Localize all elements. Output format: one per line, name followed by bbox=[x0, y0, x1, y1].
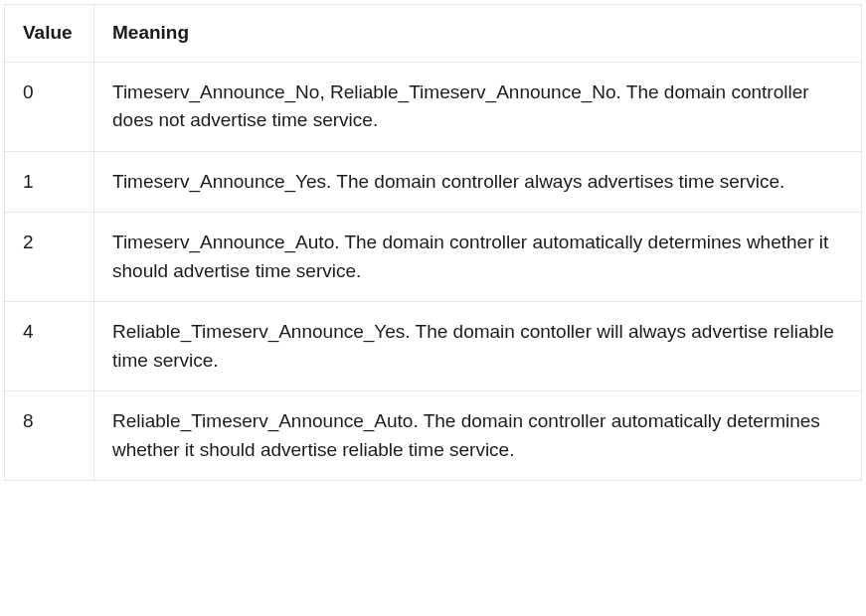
content-wrap: Value Meaning 0 Timeserv_Announce_No, Re… bbox=[0, 0, 866, 485]
table-row: 4 Reliable_Timeserv_Announce_Yes. The do… bbox=[5, 302, 862, 391]
column-header-meaning: Meaning bbox=[94, 5, 862, 63]
cell-meaning: Timeserv_Announce_Auto. The domain contr… bbox=[94, 213, 862, 302]
cell-value: 2 bbox=[5, 213, 94, 302]
announce-flags-table: Value Meaning 0 Timeserv_Announce_No, Re… bbox=[4, 4, 862, 481]
cell-meaning: Timeserv_Announce_No, Reliable_Timeserv_… bbox=[94, 62, 862, 151]
table-row: 1 Timeserv_Announce_Yes. The domain cont… bbox=[5, 151, 862, 213]
cell-meaning: Timeserv_Announce_Yes. The domain contro… bbox=[94, 151, 862, 213]
cell-meaning: Reliable_Timeserv_Announce_Auto. The dom… bbox=[94, 391, 862, 481]
cell-value: 4 bbox=[5, 302, 94, 391]
table-header-row: Value Meaning bbox=[5, 5, 862, 63]
cell-value: 0 bbox=[5, 62, 94, 151]
cell-value: 8 bbox=[5, 391, 94, 481]
cell-value: 1 bbox=[5, 151, 94, 213]
column-header-value: Value bbox=[5, 5, 94, 63]
table-row: 0 Timeserv_Announce_No, Reliable_Timeser… bbox=[5, 62, 862, 151]
cell-meaning: Reliable_Timeserv_Announce_Yes. The doma… bbox=[94, 302, 862, 391]
table-row: 8 Reliable_Timeserv_Announce_Auto. The d… bbox=[5, 391, 862, 481]
table-row: 2 Timeserv_Announce_Auto. The domain con… bbox=[5, 213, 862, 302]
